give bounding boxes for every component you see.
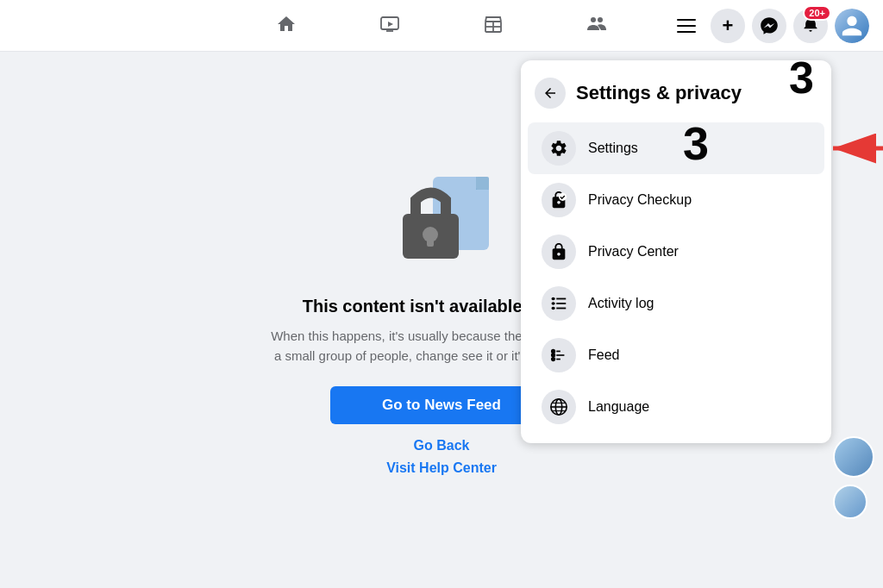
svg-rect-12 <box>427 235 434 247</box>
lock-checkup-icon <box>549 191 568 210</box>
privacy-checkup-menu-item[interactable]: Privacy Checkup <box>528 174 824 226</box>
hamburger-line-3 <box>677 31 696 33</box>
bottom-right-avatars <box>833 436 874 519</box>
back-button[interactable] <box>535 78 566 109</box>
groups-tab[interactable] <box>545 2 648 50</box>
svg-point-6 <box>591 17 596 22</box>
home-tab[interactable] <box>235 2 338 50</box>
feed-icon <box>549 346 568 365</box>
watch-tab[interactable] <box>338 2 442 50</box>
privacy-checkup-icon-circle <box>542 183 576 217</box>
svg-point-27 <box>552 350 555 353</box>
visit-help-center-link[interactable]: Visit Help Center <box>386 460 497 476</box>
settings-label: Settings <box>588 141 638 156</box>
svg-marker-1 <box>388 22 393 27</box>
settings-menu-item[interactable]: Settings <box>528 122 824 174</box>
privacy-checkup-label: Privacy Checkup <box>588 192 692 208</box>
language-menu-item[interactable]: Language <box>528 381 824 433</box>
hamburger-line-2 <box>677 25 696 27</box>
svg-rect-9 <box>476 177 489 190</box>
notification-badge: 20+ <box>803 5 831 21</box>
arrow-annotation <box>824 131 883 166</box>
svg-point-25 <box>552 353 555 357</box>
side-avatar-2 <box>833 485 867 519</box>
hamburger-line-1 <box>677 19 696 21</box>
lock-center-icon <box>549 242 568 261</box>
activity-log-label: Activity log <box>588 296 654 311</box>
language-icon-circle <box>542 390 576 424</box>
plus-icon: + <box>723 15 734 37</box>
nav-right: + 20+ <box>669 9 869 43</box>
settings-icon-circle <box>542 131 576 166</box>
svg-point-7 <box>598 17 603 22</box>
side-avatar-1 <box>833 436 874 478</box>
globe-icon <box>549 397 568 416</box>
svg-point-23 <box>552 302 555 305</box>
menu-button[interactable] <box>669 9 704 43</box>
add-button[interactable]: + <box>711 9 745 43</box>
step-number-annotation: 3 <box>683 116 709 170</box>
profile-avatar-button[interactable] <box>835 9 869 43</box>
activity-log-menu-item[interactable]: Activity log <box>528 278 824 329</box>
settings-privacy-dropdown: 3 Settings & privacy Settings <box>521 60 831 443</box>
activity-log-icon <box>549 294 568 313</box>
go-back-link[interactable]: Go Back <box>414 438 470 454</box>
nav-center <box>235 2 648 50</box>
dropdown-title: Settings & privacy <box>576 82 742 104</box>
feed-label: Feed <box>588 347 619 363</box>
language-label: Language <box>588 399 649 415</box>
notifications-button[interactable]: 20+ <box>793 9 828 43</box>
marketplace-tab[interactable] <box>442 2 545 50</box>
feed-menu-item[interactable]: Feed <box>528 329 824 381</box>
lock-illustration <box>385 164 498 276</box>
privacy-center-menu-item[interactable]: Privacy Center <box>528 226 824 278</box>
gear-icon <box>549 139 568 158</box>
go-news-feed-button[interactable]: Go to News Feed <box>330 386 553 424</box>
messenger-button[interactable] <box>752 9 786 43</box>
privacy-center-label: Privacy Center <box>588 244 679 260</box>
svg-point-24 <box>552 307 555 310</box>
activity-log-icon-circle <box>542 286 576 321</box>
svg-point-29 <box>552 358 555 361</box>
messenger-icon <box>760 16 779 35</box>
profile-avatar <box>835 9 869 43</box>
back-icon <box>542 85 558 101</box>
dropdown-header: Settings & privacy <box>521 71 831 122</box>
privacy-center-icon-circle <box>542 235 576 269</box>
navbar: + 20+ <box>0 0 883 52</box>
feed-icon-circle <box>542 338 576 372</box>
svg-point-22 <box>552 297 555 301</box>
step-number: 3 <box>789 52 814 103</box>
main-content: This content isn't available right n Whe… <box>0 52 883 588</box>
